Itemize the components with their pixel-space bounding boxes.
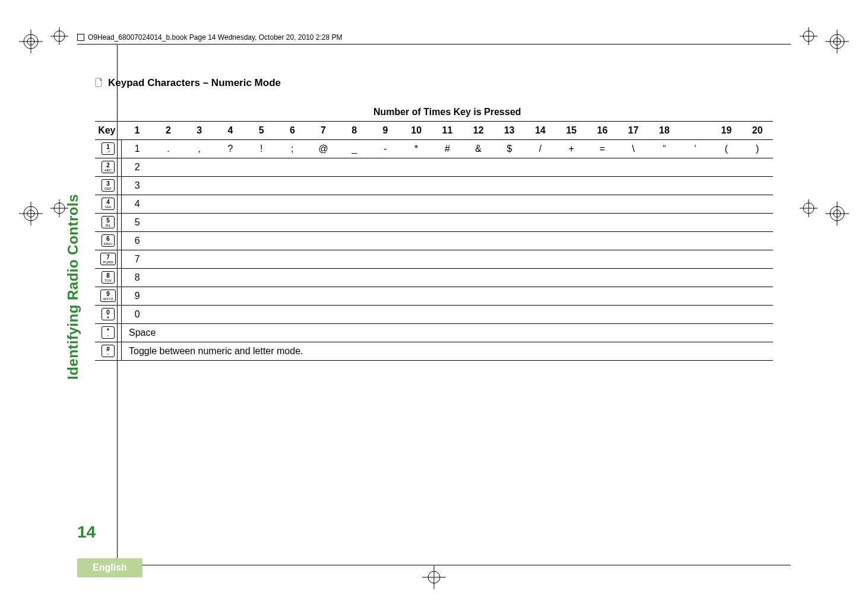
table-cell [370, 306, 401, 324]
table-cell [215, 158, 246, 177]
table-cell [277, 306, 308, 324]
table-cell [370, 195, 401, 214]
table-cell [215, 195, 246, 214]
table-cell [463, 214, 494, 232]
table-col-header: 7 [308, 122, 338, 140]
table-cell [277, 158, 308, 177]
table-cell [680, 269, 711, 287]
table-cell [370, 287, 401, 306]
table-cell [618, 158, 649, 177]
key-icon: 2ABC [102, 161, 115, 173]
table-cell: + [556, 140, 587, 158]
table-cell: ? [215, 140, 246, 158]
table-cell [525, 269, 556, 287]
table-row: 2ABC2 [95, 158, 773, 177]
table-cell [587, 287, 617, 306]
table-cell [308, 158, 338, 177]
table-cell [277, 195, 308, 214]
table-cell [525, 232, 556, 250]
reg-mark-mid-left [19, 202, 43, 225]
table-cell [680, 177, 711, 195]
table-cell [308, 269, 338, 287]
language-tab: English [77, 558, 142, 577]
table-cell [742, 214, 774, 232]
table-cell [556, 195, 587, 214]
table-cell [308, 195, 338, 214]
table-cell: 2 [122, 158, 153, 177]
table-cell: . [153, 140, 183, 158]
table-cell: # [432, 140, 462, 158]
key-icon: 7PQRS [100, 253, 115, 265]
table-col-header: 17 [618, 122, 649, 140]
table-cell [618, 177, 649, 195]
table-cell [308, 177, 338, 195]
table-cell [525, 306, 556, 324]
table-cell: ! [246, 140, 277, 158]
table-cell [370, 269, 401, 287]
table-cell: ( [711, 140, 742, 158]
page-icon [95, 78, 103, 89]
table-cell [432, 306, 462, 324]
table-cell [370, 250, 401, 269]
page-number: 14 [77, 523, 96, 542]
table-cell [587, 306, 617, 324]
table-cell: 0 [122, 306, 153, 324]
table-cell [494, 269, 525, 287]
table-cell [308, 232, 338, 250]
table-cell [556, 269, 587, 287]
table-cell [339, 232, 370, 250]
table-col-header: 3 [184, 122, 215, 140]
reg-mark-mid-right [825, 202, 849, 225]
table-cell [525, 214, 556, 232]
table-cell [308, 306, 338, 324]
table-super-header: Number of Times Key is Pressed [122, 103, 774, 122]
table-cell [215, 306, 246, 324]
table-cell [401, 269, 432, 287]
section-title-text: Keypad Characters – Numeric Mode [108, 77, 281, 89]
table-cell [277, 177, 308, 195]
table-cell [711, 232, 742, 250]
table-cell: 6 [122, 232, 153, 250]
table-col-header: 16 [587, 122, 617, 140]
key-icon: 8TUV [102, 271, 115, 284]
table-cell: / [525, 140, 556, 158]
table-cell [680, 250, 711, 269]
key-icon: 4GHI [102, 198, 115, 210]
table-cell [463, 287, 494, 306]
table-cell [711, 287, 742, 306]
key-cell: 8TUV [95, 269, 122, 287]
table-cell [215, 214, 246, 232]
table-cell [184, 306, 215, 324]
key-icon: #> [102, 345, 115, 357]
table-cell [153, 195, 183, 214]
table-cell [308, 214, 338, 232]
key-cell: 7PQRS [95, 250, 122, 269]
table-cell [153, 287, 183, 306]
table-cell [246, 287, 277, 306]
table-cell [246, 232, 277, 250]
table-cell: 9 [122, 287, 153, 306]
table-cell [494, 287, 525, 306]
table-cell: ) [742, 140, 774, 158]
table-cell [525, 195, 556, 214]
table-cell [463, 250, 494, 269]
table-cell [649, 195, 680, 214]
table-cell [649, 158, 680, 177]
table-cell [215, 287, 246, 306]
table-cell: 3 [122, 177, 153, 195]
table-cell: & [463, 140, 494, 158]
table-cell [184, 269, 215, 287]
table-cell [153, 158, 183, 177]
table-cell [339, 287, 370, 306]
table-cell [494, 214, 525, 232]
key-icon: 3DEF [102, 179, 115, 192]
table-col-header: 2 [153, 122, 183, 140]
table-col-header: 12 [463, 122, 494, 140]
table-cell [401, 195, 432, 214]
table-cell [680, 232, 711, 250]
table-key-header: Key [95, 122, 122, 140]
table-cell [339, 195, 370, 214]
table-cell: - [370, 140, 401, 158]
table-row: 5JKL5 [95, 214, 773, 232]
reg-mark-bottom [422, 565, 446, 589]
